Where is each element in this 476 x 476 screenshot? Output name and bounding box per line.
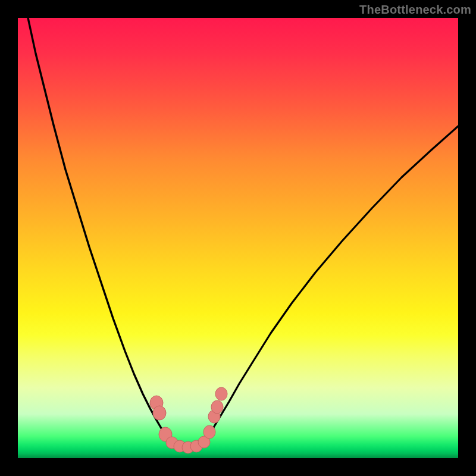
right-marker-1 bbox=[203, 425, 215, 439]
plot-area bbox=[18, 18, 458, 458]
left-marker-2 bbox=[153, 406, 166, 420]
watermark-text: TheBottleneck.com bbox=[359, 3, 471, 17]
curves-layer bbox=[18, 18, 458, 458]
right-marker-3 bbox=[211, 400, 223, 414]
left-curve bbox=[28, 18, 169, 440]
markers-group bbox=[150, 387, 227, 453]
right-curve bbox=[202, 126, 458, 444]
chart-stage: TheBottleneck.com bbox=[0, 0, 476, 476]
right-marker-4 bbox=[215, 387, 227, 400]
